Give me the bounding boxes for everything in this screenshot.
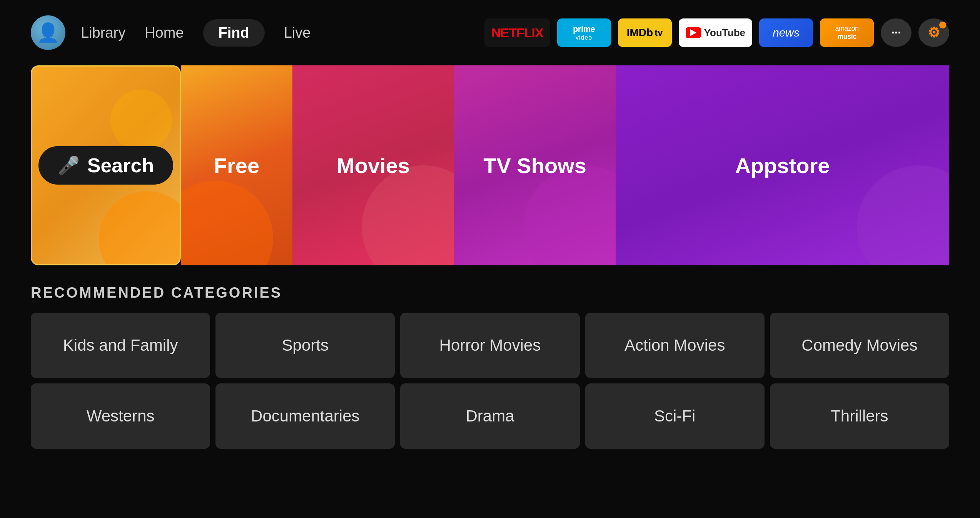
settings-notification-dot bbox=[939, 22, 946, 28]
action-movies-label: Action Movies bbox=[624, 336, 725, 355]
horror-movies-label: Horror Movies bbox=[439, 336, 541, 355]
main-tiles: 🎤 Search Free Movies TV Shows Appstore bbox=[0, 65, 980, 265]
tvshows-label: TV Shows bbox=[483, 153, 586, 178]
category-kids-family[interactable]: Kids and Family bbox=[31, 313, 210, 378]
movies-tile[interactable]: Movies bbox=[292, 65, 454, 265]
category-westerns[interactable]: Westerns bbox=[31, 383, 210, 449]
news-button[interactable]: news bbox=[759, 18, 813, 47]
prime-button[interactable]: prime video bbox=[557, 18, 611, 47]
free-tile[interactable]: Free bbox=[181, 65, 292, 265]
nav-library[interactable]: Library bbox=[81, 25, 125, 41]
avatar-icon: 👤 bbox=[37, 22, 60, 43]
search-blob bbox=[99, 191, 181, 265]
category-thrillers[interactable]: Thrillers bbox=[770, 383, 949, 449]
documentaries-label: Documentaries bbox=[251, 407, 359, 425]
search-blob2 bbox=[110, 90, 172, 151]
top-nav: 👤 Library Home Find Live NETFLIX prime v… bbox=[0, 0, 980, 62]
search-label: Search bbox=[87, 154, 154, 177]
category-action-movies[interactable]: Action Movies bbox=[585, 313, 765, 378]
netflix-button[interactable]: NETFLIX bbox=[484, 18, 550, 47]
category-drama[interactable]: Drama bbox=[400, 383, 579, 449]
amazon-music-button[interactable]: amazon music bbox=[820, 18, 874, 47]
appstore-label: Appstore bbox=[735, 153, 830, 178]
youtube-icon bbox=[686, 27, 701, 38]
recommended-title: RECOMMENDED CATEGORIES bbox=[0, 265, 980, 313]
nav-home[interactable]: Home bbox=[145, 25, 184, 41]
search-button[interactable]: 🎤 Search bbox=[38, 146, 173, 185]
category-documentaries[interactable]: Documentaries bbox=[215, 383, 395, 449]
kids-family-label: Kids and Family bbox=[63, 336, 178, 355]
category-sports[interactable]: Sports bbox=[215, 313, 395, 378]
thrillers-label: Thrillers bbox=[831, 407, 888, 425]
microphone-icon: 🎤 bbox=[58, 155, 80, 176]
westerns-label: Westerns bbox=[87, 407, 155, 425]
categories-grid: Kids and Family Sports Horror Movies Act… bbox=[0, 313, 980, 449]
nav-live[interactable]: Live bbox=[284, 25, 311, 41]
imdb-button[interactable]: IMDb tv bbox=[618, 18, 672, 47]
category-sci-fi[interactable]: Sci-Fi bbox=[585, 383, 765, 449]
service-icons: NETFLIX prime video IMDb tv YouTube news… bbox=[484, 18, 949, 47]
category-horror-movies[interactable]: Horror Movies bbox=[400, 313, 579, 378]
movies-label: Movies bbox=[337, 153, 410, 178]
category-comedy-movies[interactable]: Comedy Movies bbox=[770, 313, 949, 378]
sci-fi-label: Sci-Fi bbox=[654, 407, 695, 425]
avatar[interactable]: 👤 bbox=[31, 15, 65, 50]
tvshows-tile[interactable]: TV Shows bbox=[454, 65, 616, 265]
comedy-movies-label: Comedy Movies bbox=[801, 336, 917, 355]
free-label: Free bbox=[214, 153, 259, 178]
gear-icon: ⚙ bbox=[928, 25, 940, 41]
settings-button[interactable]: ⚙ bbox=[918, 18, 949, 47]
youtube-button[interactable]: YouTube bbox=[679, 18, 752, 47]
more-button[interactable]: ··· bbox=[881, 18, 912, 47]
drama-label: Drama bbox=[466, 407, 514, 425]
sports-label: Sports bbox=[282, 336, 329, 355]
search-tile[interactable]: 🎤 Search bbox=[31, 65, 181, 265]
appstore-tile[interactable]: Appstore bbox=[616, 65, 949, 265]
nav-links: Library Home Find Live bbox=[81, 19, 311, 47]
nav-find[interactable]: Find bbox=[203, 19, 265, 47]
